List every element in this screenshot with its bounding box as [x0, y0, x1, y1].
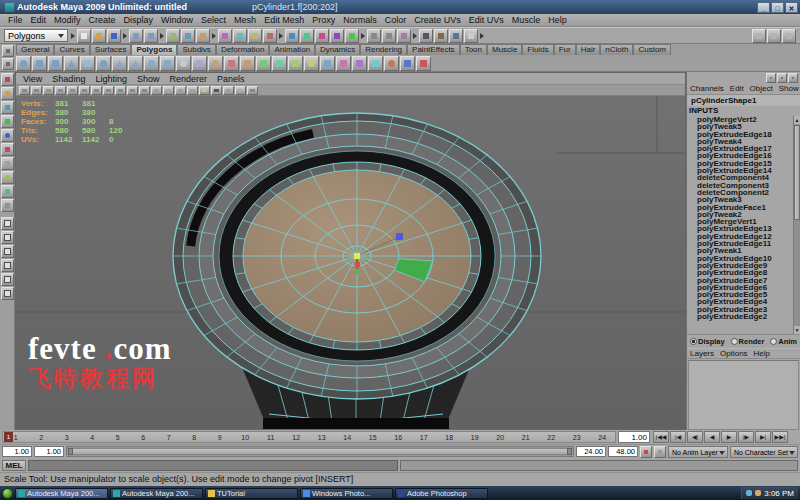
- section-collapse-arrow[interactable]: [360, 29, 366, 43]
- taskbar-button[interactable]: Autodesk Maya 200...: [15, 488, 108, 499]
- rotate-tool-icon[interactable]: [1, 129, 14, 142]
- poly-soccer-ball-icon[interactable]: [176, 56, 191, 71]
- command-input-field[interactable]: [28, 460, 398, 471]
- menu-item[interactable]: File: [4, 15, 27, 25]
- poly-cube-icon[interactable]: [32, 56, 47, 71]
- grid-toggle-icon[interactable]: [67, 86, 78, 95]
- scrollbar-thumb[interactable]: [794, 125, 800, 220]
- sculpt-geometry-tool-icon[interactable]: [208, 56, 223, 71]
- select-by-component-icon[interactable]: [196, 29, 210, 43]
- menu-item[interactable]: Window: [157, 15, 197, 25]
- bridge-icon[interactable]: [368, 56, 383, 71]
- scale-tool-icon[interactable]: [1, 143, 14, 156]
- open-scene-icon[interactable]: [92, 29, 106, 43]
- move-tool-icon[interactable]: [1, 115, 14, 128]
- select-camera-icon[interactable]: [19, 86, 30, 95]
- layer-menu-item[interactable]: Layers: [687, 349, 717, 358]
- panel-menu-item[interactable]: Renderer: [164, 74, 212, 84]
- menu-set-selector[interactable]: Polygons: [4, 29, 68, 42]
- four-pane-layout-icon[interactable]: [1, 231, 14, 244]
- shelf-tab[interactable]: Curves: [54, 44, 89, 55]
- menu-item[interactable]: Normals: [339, 15, 381, 25]
- viewport-3d-scene[interactable]: Verts: 381 381 Edges: 380 380 Faces: 300…: [16, 96, 685, 429]
- taskbar-button[interactable]: Windows Photo...: [300, 488, 393, 499]
- merge-vertices-icon[interactable]: [384, 56, 399, 71]
- shelf-tab[interactable]: Subdivs: [177, 44, 215, 55]
- playback-end-field[interactable]: 24.00: [576, 446, 606, 457]
- channel-box-menu-item[interactable]: Edit: [727, 84, 747, 94]
- shelf-tab[interactable]: Toon: [460, 44, 487, 55]
- gate-mask-icon[interactable]: [103, 86, 114, 95]
- bevel-icon[interactable]: [352, 56, 367, 71]
- menu-item[interactable]: Edit Mesh: [260, 15, 308, 25]
- shelf-tab[interactable]: PaintEffects: [407, 44, 460, 55]
- menu-item[interactable]: Display: [120, 15, 158, 25]
- manipulator-z-handle[interactable]: [355, 269, 360, 274]
- smooth-icon[interactable]: [320, 56, 335, 71]
- film-gate-icon[interactable]: [79, 86, 90, 95]
- layer-menu-item[interactable]: Options: [717, 349, 751, 358]
- shelf-tab[interactable]: General: [16, 44, 54, 55]
- poly-pyramid-icon[interactable]: [128, 56, 143, 71]
- go-to-start-icon[interactable]: |◀◀: [653, 431, 669, 443]
- layer-menu-item[interactable]: Help: [751, 349, 773, 358]
- step-forward-frame-icon[interactable]: ▶|: [755, 431, 771, 443]
- poly-sphere-icon[interactable]: [16, 56, 31, 71]
- shelf-tab[interactable]: Dynamics: [315, 44, 360, 55]
- playback-start-field[interactable]: 1.00: [34, 446, 64, 457]
- panel-menu-item[interactable]: View: [18, 74, 47, 84]
- safe-title-icon[interactable]: [139, 86, 150, 95]
- input-connections-icon[interactable]: [367, 29, 381, 43]
- step-back-frame-icon[interactable]: |◀: [670, 431, 686, 443]
- hypershade-layout-icon[interactable]: [1, 273, 14, 286]
- use-default-material-icon[interactable]: [187, 86, 198, 95]
- taskbar-button[interactable]: Autodesk Maya 200...: [110, 488, 203, 499]
- field-chart-icon[interactable]: [115, 86, 126, 95]
- persp-outliner-layout-icon[interactable]: [1, 245, 14, 258]
- poly-plane-icon[interactable]: [80, 56, 95, 71]
- insert-edge-loop-tool-icon[interactable]: [400, 56, 415, 71]
- select-by-hierarchy-icon[interactable]: [166, 29, 180, 43]
- menu-item[interactable]: Mesh: [230, 15, 260, 25]
- poly-pipe-icon[interactable]: [144, 56, 159, 71]
- shelf-tab[interactable]: Fluids: [522, 44, 553, 55]
- channels-layers-layout-icon[interactable]: [777, 73, 787, 83]
- undo-icon[interactable]: [129, 29, 143, 43]
- menu-item[interactable]: Select: [197, 15, 230, 25]
- platonic-solid-icon[interactable]: [192, 56, 207, 71]
- shelf-tab[interactable]: Animation: [269, 44, 315, 55]
- ipr-render-icon[interactable]: [449, 29, 463, 43]
- tray-icon[interactable]: [755, 490, 761, 496]
- auto-keyframe-icon[interactable]: [640, 446, 652, 458]
- persp-uv-editor-layout-icon[interactable]: [1, 287, 14, 300]
- panel-menu-item[interactable]: Shading: [47, 74, 90, 84]
- layer-editor-tab[interactable]: Display: [690, 337, 725, 346]
- universal-manipulator-tool-icon[interactable]: [1, 157, 14, 170]
- poly-cone-icon[interactable]: [64, 56, 79, 71]
- section-collapse-arrow[interactable]: [211, 29, 217, 43]
- selection-mask-edges-icon[interactable]: [233, 29, 247, 43]
- range-end-handle[interactable]: [567, 448, 572, 455]
- current-frame-field[interactable]: 1.00: [618, 431, 650, 443]
- last-tool-used-icon[interactable]: [1, 199, 14, 212]
- render-current-frame-icon[interactable]: [434, 29, 448, 43]
- menu-item[interactable]: Proxy: [308, 15, 339, 25]
- layer-editor-tab[interactable]: Render: [731, 337, 765, 346]
- smooth-shade-mode-icon[interactable]: [163, 86, 174, 95]
- shelf-tab[interactable]: Deformation: [216, 44, 270, 55]
- shadows-toggle-icon[interactable]: [211, 86, 222, 95]
- lasso-tool-icon[interactable]: [1, 87, 14, 100]
- layer-editor-tab[interactable]: Anim: [770, 337, 797, 346]
- perspective-viewport[interactable]: ViewShadingLightingShowRendererPanels: [15, 72, 686, 430]
- selection-mask-vertices-icon[interactable]: [218, 29, 232, 43]
- persp-graph-editor-layout-icon[interactable]: [1, 259, 14, 272]
- layer-list-area[interactable]: [688, 360, 799, 430]
- poly-torus-icon[interactable]: [96, 56, 111, 71]
- textured-mode-icon[interactable]: [175, 86, 186, 95]
- range-slider-track[interactable]: [66, 446, 574, 457]
- extract-icon[interactable]: [288, 56, 303, 71]
- soft-modification-tool-icon[interactable]: [1, 171, 14, 184]
- snap-to-grid-icon[interactable]: [285, 29, 299, 43]
- channel-box-input-item[interactable]: polyExtrudeEdge2: [697, 313, 800, 320]
- construction-history-icon[interactable]: [397, 29, 411, 43]
